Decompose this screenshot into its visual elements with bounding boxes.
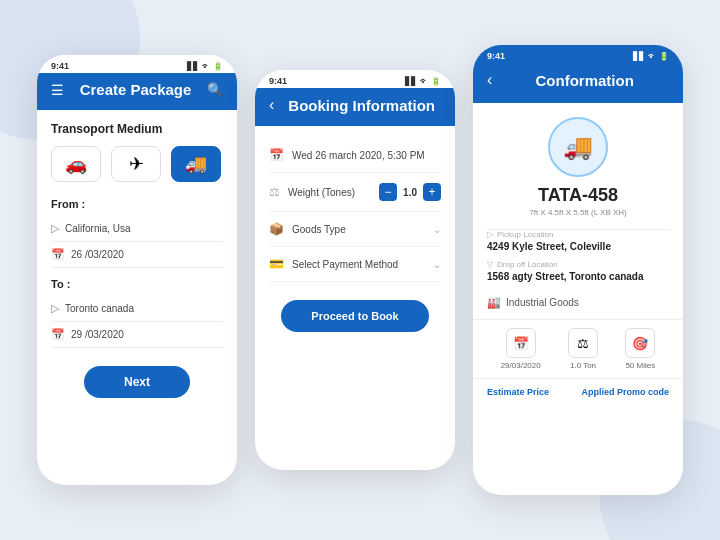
weight-label: Weight (Tones) xyxy=(288,187,371,198)
weight-info-icon: ⚖ xyxy=(568,328,598,358)
weight-plus-btn[interactable]: + xyxy=(423,183,441,201)
pickup-arrow-icon: ▷ xyxy=(487,230,493,239)
signal-icons-2: ▋▋ᯤ🔋 xyxy=(405,77,441,86)
weight-icon: ⚖ xyxy=(269,185,280,199)
transport-plane[interactable]: ✈ xyxy=(111,146,161,182)
date-info-icon: 📅 xyxy=(506,328,536,358)
goods-tag-icon: 🏭 xyxy=(487,296,501,309)
signal-icons-1: ▋▋ᯤ🔋 xyxy=(187,62,223,71)
dropoff-arrow-icon: ▽ xyxy=(487,260,493,269)
chevron-payment-icon: ⌄ xyxy=(433,259,441,270)
page-title-3: Conformation xyxy=(500,72,669,89)
pickup-value: 4249 Kyle Street, Coleville xyxy=(487,241,669,252)
miles-info-label: 50 Miles xyxy=(625,361,655,370)
weight-value: 1.0 xyxy=(403,187,417,198)
truck-icon-circle: 🚚 xyxy=(548,117,608,177)
payment-row[interactable]: 💳 Select Payment Method ⌄ xyxy=(269,247,441,282)
hamburger-icon[interactable]: ☰ xyxy=(51,82,64,98)
info-icons-row: 📅 29/03/2020 ⚖ 1.0 Ton 🎯 50 Miles xyxy=(473,319,683,378)
from-date-value: 26 /03/2020 xyxy=(71,249,124,260)
chevron-goods-icon: ⌄ xyxy=(433,224,441,235)
calendar-icon-to: 📅 xyxy=(51,328,65,341)
dropoff-value: 1568 agty Street, Toronto canada xyxy=(487,271,669,282)
page-title-1: Create Package xyxy=(72,81,199,98)
miles-info-icon: 🎯 xyxy=(625,328,655,358)
goods-row[interactable]: 📦 Goods Type ⌄ xyxy=(269,212,441,247)
calendar-icon-booking: 📅 xyxy=(269,148,284,162)
transport-truck[interactable]: 🚚 xyxy=(171,146,221,182)
pickup-section: ▷ Pickup Location 4249 Kyle Street, Cole… xyxy=(473,230,683,296)
pickup-label: ▷ Pickup Location xyxy=(487,230,669,239)
from-location-row: ▷ California, Usa xyxy=(51,216,223,242)
header-3: ‹ Conformation xyxy=(473,63,683,103)
transport-car[interactable]: 🚗 xyxy=(51,146,101,182)
status-bar-1: 9:41 ▋▋ᯤ🔋 xyxy=(37,55,237,73)
weight-control: − 1.0 + xyxy=(379,183,441,201)
page-title-2: Booking Information xyxy=(282,97,441,114)
goods-type-value: Industrial Goods xyxy=(506,297,579,308)
weight-minus-btn[interactable]: − xyxy=(379,183,397,201)
payment-label: Select Payment Method xyxy=(292,259,425,270)
status-bar-3: 9:41 ▋▋ᯤ🔋 xyxy=(473,45,683,63)
to-date-row: 📅 29 /03/2020 xyxy=(51,322,223,348)
status-bar-2: 9:41 ▋▋ᯤ🔋 xyxy=(255,70,455,88)
datetime-value: Wed 26 march 2020, 5:30 PM xyxy=(292,150,441,161)
proceed-button[interactable]: Proceed to Book xyxy=(281,300,428,332)
time-3: 9:41 xyxy=(487,51,505,61)
back-arrow-icon[interactable]: ‹ xyxy=(269,96,274,114)
promo-code-link[interactable]: Applied Promo code xyxy=(581,387,669,397)
to-location-row: ▷ Toronto canada xyxy=(51,296,223,322)
search-icon[interactable]: 🔍 xyxy=(207,82,223,97)
date-info-label: 29/03/2020 xyxy=(501,361,541,370)
goods-label: Goods Type xyxy=(292,224,425,235)
weight-row: ⚖ Weight (Tones) − 1.0 + xyxy=(269,173,441,212)
goods-icon: 📦 xyxy=(269,222,284,236)
location-icon-to: ▷ xyxy=(51,302,59,315)
estimate-price-link[interactable]: Estimate Price xyxy=(487,387,549,397)
phone1-body: Transoport Medium 🚗 ✈ 🚚 From : ▷ Califor… xyxy=(37,110,237,410)
calendar-icon-from: 📅 xyxy=(51,248,65,261)
phone-confirmation: 9:41 ▋▋ᯤ🔋 ‹ Conformation 🚚 TATA-458 7ft … xyxy=(473,45,683,495)
time-2: 9:41 xyxy=(269,76,287,86)
transport-section-title: Transoport Medium xyxy=(51,122,223,136)
weight-info-item: ⚖ 1.0 Ton xyxy=(568,328,598,370)
to-location-value: Toronto canada xyxy=(65,303,134,314)
action-row: Estimate Price Applied Promo code xyxy=(473,378,683,407)
location-icon-from: ▷ xyxy=(51,222,59,235)
payment-icon: 💳 xyxy=(269,257,284,271)
to-date-value: 29 /03/2020 xyxy=(71,329,124,340)
back-arrow-icon-confirm[interactable]: ‹ xyxy=(487,71,492,89)
phone-create-package: 9:41 ▋▋ᯤ🔋 ☰ Create Package 🔍 Transoport … xyxy=(37,55,237,485)
weight-info-label: 1.0 Ton xyxy=(570,361,596,370)
date-info-item: 📅 29/03/2020 xyxy=(501,328,541,370)
from-location-value: California, Usa xyxy=(65,223,131,234)
from-date-row: 📅 26 /03/2020 xyxy=(51,242,223,268)
header-2: ‹ Booking Information xyxy=(255,88,455,126)
phone2-body: 📅 Wed 26 march 2020, 5:30 PM ⚖ Weight (T… xyxy=(255,126,455,344)
transport-options: 🚗 ✈ 🚚 xyxy=(51,146,223,182)
next-button[interactable]: Next xyxy=(84,366,190,398)
vehicle-dims: 7ft X 4.5ft X 5.5ft (L XB XH) xyxy=(473,208,683,217)
phone-booking: 9:41 ▋▋ᯤ🔋 ‹ Booking Information 📅 Wed 26… xyxy=(255,70,455,470)
time-1: 9:41 xyxy=(51,61,69,71)
from-label: From : xyxy=(51,198,223,210)
dropoff-label: ▽ Drop off Location xyxy=(487,260,669,269)
header-1: ☰ Create Package 🔍 xyxy=(37,73,237,110)
to-label: To : xyxy=(51,278,223,290)
goods-tag: 🏭 Industrial Goods xyxy=(473,296,683,309)
signal-icons-3: ▋▋ᯤ🔋 xyxy=(633,52,669,61)
datetime-row: 📅 Wed 26 march 2020, 5:30 PM xyxy=(269,138,441,173)
miles-info-item: 🎯 50 Miles xyxy=(625,328,655,370)
vehicle-id: TATA-458 xyxy=(473,185,683,206)
